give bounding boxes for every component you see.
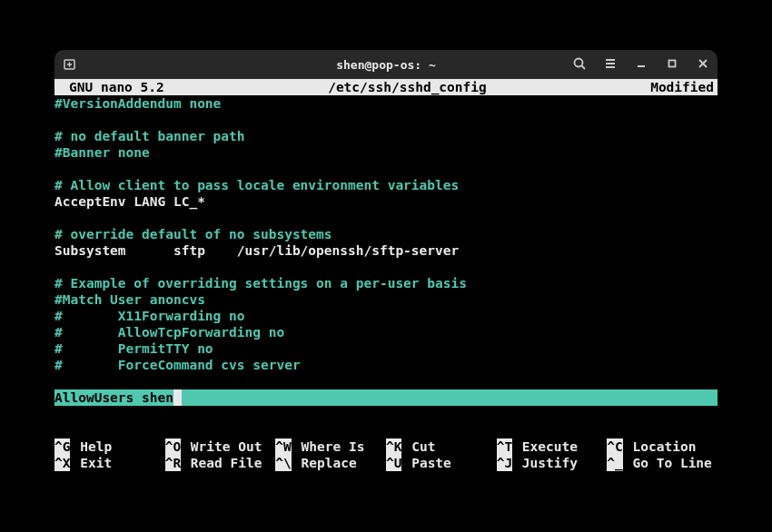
editor-content[interactable]: #VersionAddendum none # no default banne… (54, 95, 718, 389)
terminal-window: shen@pop-os: ~ (54, 50, 718, 471)
svg-line-4 (582, 65, 586, 69)
shortcut-item: ^R Read File (165, 455, 276, 471)
editor-line[interactable]: Subsystem sftp /usr/lib/openssh/sftp-ser… (54, 242, 718, 259)
shortcut-item: ^_ Go To Line (607, 455, 718, 471)
blank-line (54, 406, 718, 422)
shortcut-key: ^O (165, 438, 181, 455)
shortcut-item: ^G Help (54, 438, 165, 455)
shortcut-label: Replace (292, 455, 357, 471)
shortcut-item: ^O Write Out (165, 438, 276, 455)
shortcut-item: ^K Cut (386, 438, 497, 455)
new-tab-icon[interactable] (62, 56, 78, 73)
nano-shortcuts: ^G Help^O Write Out^W Where Is^K Cut^T E… (54, 438, 718, 471)
nano-app-name: GNU nano 5.2 (54, 79, 164, 95)
editor-line[interactable] (54, 259, 718, 275)
close-button[interactable] (696, 56, 710, 74)
svg-point-3 (575, 58, 583, 66)
editor-line[interactable]: # Allow client to pass locale environmen… (54, 177, 718, 193)
editor-line[interactable] (54, 161, 718, 177)
cursor-line-text: AllowUsers shen (54, 389, 173, 406)
shortcut-item: ^T Execute (497, 438, 608, 455)
shortcut-key: ^U (386, 455, 401, 471)
shortcut-label: Write Out (181, 438, 262, 455)
shortcut-item: ^J Justify (497, 455, 608, 471)
shortcut-key: ^\ (275, 455, 291, 471)
shortcut-key: ^R (165, 455, 181, 471)
editor-line[interactable]: # PermitTTY no (54, 340, 718, 357)
maximize-button[interactable] (665, 56, 679, 74)
terminal-body[interactable]: GNU nano 5.2 /etc/ssh/sshd_config Modifi… (54, 79, 718, 471)
shortcut-key: ^_ (607, 455, 622, 471)
shortcut-label: Paste (401, 455, 450, 471)
shortcut-label: Where Is (292, 438, 365, 455)
editor-line[interactable] (54, 373, 718, 389)
shortcut-label: Justify (512, 455, 578, 471)
editor-line[interactable]: # no default banner path (54, 128, 718, 144)
minimize-button[interactable] (634, 56, 648, 74)
shortcut-item: ^X Exit (54, 455, 165, 471)
editor-line[interactable]: AcceptEnv LANG LC_* (54, 193, 718, 210)
editor-line[interactable]: #Banner none (54, 144, 718, 161)
search-icon[interactable] (572, 56, 587, 74)
shortcut-item: ^U Paste (386, 455, 497, 471)
editor-line[interactable]: #VersionAddendum none (54, 95, 718, 112)
editor-line[interactable]: # AllowTcpForwarding no (54, 324, 718, 340)
shortcut-label: Execute (512, 438, 578, 455)
shortcut-key: ^G (54, 438, 70, 455)
editor-line[interactable] (54, 112, 718, 128)
shortcut-item: ^W Where Is (275, 438, 386, 455)
cursor-block (173, 389, 182, 406)
shortcut-key: ^W (275, 438, 291, 455)
shortcut-key: ^C (607, 438, 622, 455)
nano-status: Modified (650, 79, 718, 95)
editor-line[interactable]: # Example of overriding settings on a pe… (54, 275, 718, 291)
cursor-line[interactable]: AllowUsers shen (54, 389, 718, 406)
shortcut-label: Read File (181, 455, 262, 471)
editor-line[interactable] (54, 210, 718, 226)
shortcut-label: Exit (70, 455, 112, 471)
titlebar-controls (572, 56, 710, 74)
shortcut-key: ^X (54, 455, 70, 471)
shortcut-key: ^K (386, 438, 401, 455)
editor-line[interactable]: # override default of no subsystems (54, 226, 718, 242)
editor-line[interactable]: #Match User anoncvs (54, 291, 718, 308)
menu-icon[interactable] (603, 56, 618, 74)
shortcut-item: ^\ Replace (275, 455, 386, 471)
shortcut-label: Location (623, 438, 697, 455)
svg-rect-9 (669, 60, 676, 66)
blank-line (54, 422, 718, 438)
shortcut-label: Go To Line (623, 455, 712, 471)
titlebar[interactable]: shen@pop-os: ~ (54, 50, 718, 79)
shortcut-label: Cut (401, 438, 435, 455)
shortcut-label: Help (70, 438, 112, 455)
editor-line[interactable]: # ForceCommand cvs server (54, 357, 718, 373)
shortcut-key: ^T (497, 438, 512, 455)
shortcut-item: ^C Location (607, 438, 718, 455)
nano-header: GNU nano 5.2 /etc/ssh/sshd_config Modifi… (54, 79, 718, 95)
nano-file-path: /etc/ssh/sshd_config (164, 79, 650, 95)
shortcut-key: ^J (497, 455, 512, 471)
editor-line[interactable]: # X11Forwarding no (54, 308, 718, 324)
